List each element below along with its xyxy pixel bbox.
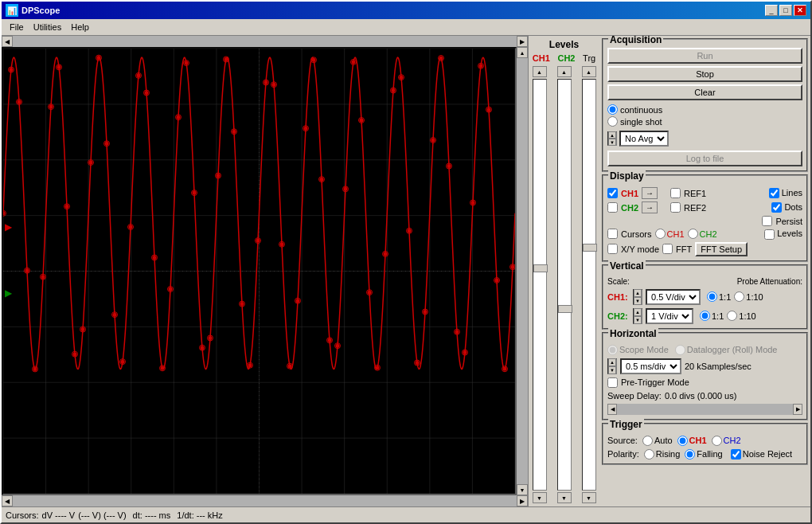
trg-level-up[interactable]: ▲	[582, 66, 596, 77]
scroll-right-arrow[interactable]: ▶	[517, 36, 528, 47]
ch2-scale-up[interactable]: ▲	[634, 308, 642, 316]
cursors-status: Cursors:	[6, 510, 39, 520]
ch1-probe-1-10-label[interactable]: 1:10	[734, 291, 763, 302]
auto-source-label[interactable]: Auto	[642, 436, 673, 446]
ch2-level-track[interactable]	[557, 79, 572, 491]
ch1-probe-1-10-radio[interactable]	[734, 291, 744, 302]
ref2-check[interactable]	[670, 202, 681, 213]
scope-mode-label[interactable]: Scope Mode	[607, 345, 669, 355]
cursor-ch2-label[interactable]: CH2	[688, 229, 717, 239]
trg-level-track[interactable]	[582, 79, 596, 491]
rising-radio[interactable]	[644, 449, 654, 459]
falling-label[interactable]: Falling	[685, 449, 722, 459]
scroll-up-arrow[interactable]: ▲	[517, 47, 528, 58]
menu-file[interactable]: File	[5, 21, 29, 33]
dots-label: Dots	[784, 202, 802, 212]
single-shot-radio-label[interactable]: single shot	[607, 116, 802, 127]
cursors-label: Cursors	[621, 229, 652, 239]
avg-up-btn[interactable]: ▲	[608, 131, 616, 139]
ch2-source-label[interactable]: CH2	[712, 436, 741, 446]
ch1-level-up[interactable]: ▲	[533, 66, 547, 77]
ch2-level-down[interactable]: ▼	[557, 492, 572, 503]
scroll-br-arrow[interactable]: ▶	[517, 495, 528, 506]
time-div-up[interactable]: ▲	[608, 358, 616, 366]
lines-check[interactable]	[769, 188, 779, 198]
scroll-down-arrow[interactable]: ▼	[517, 484, 528, 495]
ch2-probe-1-10-label[interactable]: 1:10	[727, 311, 755, 321]
log-button[interactable]: Log to file	[607, 151, 802, 166]
ch1-scale-up[interactable]: ▲	[634, 289, 642, 297]
dots-check[interactable]	[771, 202, 782, 213]
close-button[interactable]: ✕	[794, 5, 806, 16]
scroll-left-arrow[interactable]: ◀	[2, 36, 13, 47]
ch1-source-label[interactable]: CH1	[677, 436, 707, 446]
falling-radio[interactable]	[685, 449, 695, 459]
ch1-probe-1-1-radio[interactable]	[707, 291, 717, 302]
auto-source-radio[interactable]	[642, 436, 653, 446]
ch2-display-check[interactable]	[607, 202, 618, 213]
trg-level-down[interactable]: ▼	[582, 492, 596, 503]
time-div-select[interactable]: 0.5 ms/div	[620, 358, 681, 374]
cursor-ch1-label[interactable]: CH1	[655, 229, 685, 239]
avg-spinner: ▲ ▼	[607, 131, 617, 146]
run-button[interactable]: Run	[607, 48, 802, 64]
fft-check[interactable]	[662, 244, 673, 254]
ref1-label: REF1	[684, 189, 706, 198]
horiz-scroll-right[interactable]: ▶	[793, 404, 802, 415]
ch1-scale-select[interactable]: 0.5 V/div	[646, 289, 701, 305]
pre-trigger-row: Pre-Trigger Mode	[607, 377, 802, 388]
datalogger-mode-radio[interactable]	[675, 345, 685, 355]
continuous-radio[interactable]	[607, 104, 618, 115]
avg-select[interactable]: No Avg	[619, 131, 669, 147]
ch1-scale-down[interactable]: ▼	[634, 297, 642, 305]
cursors-row: Cursors CH1 CH2 Levels	[607, 229, 802, 240]
ch1-display-check[interactable]	[607, 188, 618, 198]
ch2-probe-1-1-label[interactable]: 1:1	[700, 311, 724, 321]
ch2-scale-spinner: ▲ ▼	[633, 308, 642, 324]
pre-trigger-check[interactable]	[607, 377, 618, 388]
cursors-check[interactable]	[607, 229, 618, 239]
fft-setup-btn[interactable]: FFT Setup	[695, 242, 748, 256]
minimize-button[interactable]: _	[765, 5, 778, 16]
ch2-scale-down[interactable]: ▼	[634, 316, 642, 324]
noise-reject-label[interactable]: Noise Reject	[731, 449, 792, 459]
menu-help[interactable]: Help	[66, 21, 94, 33]
ch2-level-up[interactable]: ▲	[557, 66, 572, 77]
single-shot-radio[interactable]	[607, 116, 618, 127]
ch2-probe-1-10-radio[interactable]	[727, 311, 737, 321]
ref1-check[interactable]	[670, 188, 681, 198]
avg-down-btn[interactable]: ▼	[608, 139, 616, 146]
rising-label[interactable]: Rising	[644, 449, 681, 459]
ch1-probe-1-1-label[interactable]: 1:1	[707, 291, 731, 302]
ch1-source-radio[interactable]	[677, 436, 688, 446]
scroll-bl-arrow[interactable]: ◀	[2, 495, 13, 506]
levels-check[interactable]	[764, 229, 775, 240]
continuous-radio-label[interactable]: continuous	[607, 104, 802, 115]
noise-reject-check[interactable]	[731, 449, 741, 459]
ch2-probe-1-1-radio[interactable]	[700, 311, 710, 321]
menu-utilities[interactable]: Utilities	[29, 21, 66, 33]
datalogger-mode-label[interactable]: Datalogger (Roll) Mode	[675, 345, 778, 355]
maximize-button[interactable]: □	[779, 5, 792, 16]
xy-mode-check[interactable]	[607, 244, 618, 254]
title-bar: 📊 DPScope _ □ ✕	[2, 2, 810, 19]
scope-mode-radio[interactable]	[607, 345, 618, 355]
ch1-level-down[interactable]: ▼	[533, 492, 547, 503]
ch2-level-thumb[interactable]	[558, 305, 572, 313]
ch2-scale-select[interactable]: 1 V/div	[646, 308, 693, 324]
time-div-down[interactable]: ▼	[608, 366, 616, 374]
persist-check[interactable]	[762, 216, 772, 226]
clear-button[interactable]: Clear	[607, 84, 802, 100]
stop-button[interactable]: Stop	[607, 66, 802, 82]
cursor-ch2-radio[interactable]	[688, 229, 698, 239]
ch1-level-thumb[interactable]	[533, 264, 548, 272]
ch2-source-radio[interactable]	[712, 436, 722, 446]
ch2-arrow-btn[interactable]: →	[642, 201, 658, 213]
ch1-arrow-btn[interactable]: →	[642, 187, 658, 199]
trigger-source-row: Source: Auto CH1 CH2	[607, 436, 802, 446]
horiz-scroll-left[interactable]: ◀	[607, 404, 617, 415]
trg-level-thumb[interactable]	[583, 244, 597, 252]
cursor-ch1-radio[interactable]	[655, 229, 666, 239]
scope-mode-row: Scope Mode Datalogger (Roll) Mode	[607, 345, 802, 355]
ch1-level-track[interactable]	[533, 79, 547, 491]
